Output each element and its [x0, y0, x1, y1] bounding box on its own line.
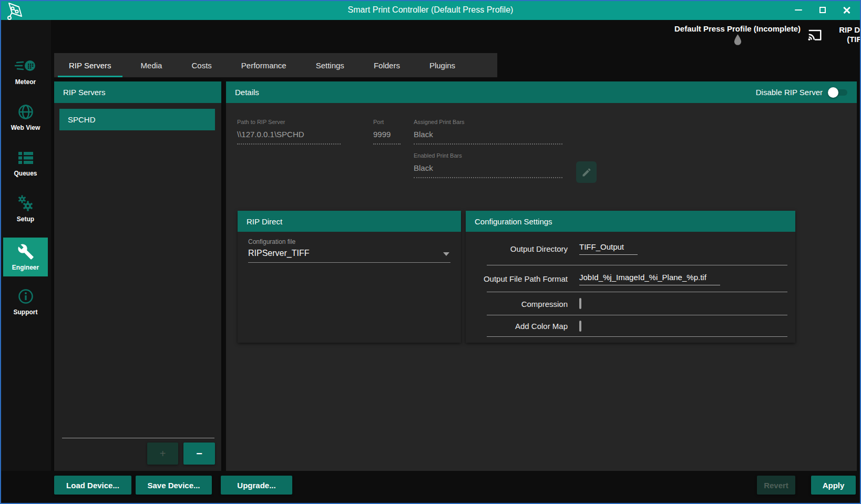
- sidebar-item-label: Web View: [11, 124, 40, 131]
- output-device-label: RIP Direct (TIFF): [835, 25, 861, 44]
- configuration-file-select[interactable]: RIPServer_TIFF: [248, 249, 450, 263]
- sidebar-item-meteor[interactable]: Meteor: [3, 55, 48, 88]
- path-to-rip-server-value[interactable]: \\127.0.0.1\SPCHD: [237, 130, 341, 145]
- output-device-line1: RIP Direct: [835, 25, 861, 35]
- edit-print-bars-button[interactable]: [576, 161, 597, 183]
- sidebar-item-queues[interactable]: Queues: [3, 146, 48, 180]
- sidebar-item-web-view[interactable]: Web View: [3, 100, 48, 134]
- server-list-item-spchd[interactable]: SPCHD: [59, 109, 215, 130]
- globe-icon: [18, 103, 34, 121]
- compression-row: Compression: [466, 292, 795, 315]
- configuration-file-label: Configuration file: [248, 238, 450, 245]
- port-value[interactable]: 9999: [373, 130, 401, 145]
- details-header: Details Disable RIP Server: [226, 81, 857, 103]
- bottom-action-bar: Load Device... Save Device... Upgrade...…: [0, 471, 861, 504]
- sidebar-item-label: Support: [14, 308, 38, 316]
- tab-settings[interactable]: Settings: [301, 53, 359, 77]
- tab-costs[interactable]: Costs: [177, 53, 226, 77]
- sidebar-item-label: Engineer: [12, 264, 39, 271]
- toggle-knob: [828, 87, 838, 98]
- tab-media[interactable]: Media: [126, 53, 177, 77]
- configuration-file-field: Configuration file RIPServer_TIFF: [248, 238, 450, 263]
- remove-server-button[interactable]: −: [183, 443, 215, 465]
- disable-rip-server-toggle[interactable]: [828, 87, 849, 98]
- apply-button[interactable]: Apply: [811, 476, 856, 495]
- maximize-button[interactable]: [818, 5, 827, 15]
- output-file-path-format-label: Output File Path Format: [466, 274, 568, 283]
- assigned-print-bars-value[interactable]: Black: [414, 130, 562, 145]
- titlebar: Smart Print Controller (Default Press Pr…: [0, 0, 861, 20]
- sidebar-item-label: Meteor: [15, 78, 36, 86]
- rip-direct-panel: RIP Direct Configuration file RIPServer_…: [238, 211, 461, 343]
- tab-folders[interactable]: Folders: [359, 53, 415, 77]
- assigned-print-bars-field: Assigned Print Bars Black: [414, 119, 562, 145]
- compression-label: Compression: [466, 300, 568, 308]
- output-file-path-format-row: Output File Path Format JobId_%j_ImageId…: [466, 265, 795, 292]
- rip-servers-panel: RIP Servers SPCHD + −: [54, 81, 221, 471]
- chevron-down-icon: [443, 252, 449, 256]
- add-server-button[interactable]: +: [147, 443, 178, 465]
- output-directory-row: Output Directory TIFF_Output: [466, 232, 795, 265]
- configuration-file-value: RIPServer_TIFF: [248, 249, 309, 258]
- status-strip: Default Press Profile (Incomplete) RIP D…: [51, 20, 861, 53]
- configuration-settings-rows: Output Directory TIFF_Output Output File…: [466, 232, 795, 337]
- path-to-rip-server-label: Path to RIP Server: [237, 119, 341, 125]
- configuration-settings-title: Configuration Settings: [466, 211, 795, 232]
- port-field: Port 9999: [373, 119, 401, 145]
- minimize-icon: [795, 9, 802, 11]
- add-color-map-label: Add Color Map: [466, 322, 568, 331]
- disable-rip-server-label: Disable RIP Server: [756, 88, 823, 97]
- sidebar-item-label: Queues: [14, 170, 37, 177]
- tab-performance[interactable]: Performance: [227, 53, 301, 77]
- save-device-button[interactable]: Save Device...: [136, 476, 212, 495]
- upgrade-button[interactable]: Upgrade...: [221, 476, 292, 495]
- list-icon: [18, 149, 33, 167]
- output-directory-value[interactable]: TIFF_Output: [579, 242, 638, 255]
- sidebar-item-support[interactable]: Support: [3, 285, 48, 318]
- close-icon: [843, 6, 850, 14]
- info-icon: [18, 287, 34, 305]
- minimize-button[interactable]: [794, 5, 803, 15]
- rip-direct-panel-title: RIP Direct: [238, 211, 461, 232]
- disable-rip-server-group: Disable RIP Server: [756, 87, 849, 98]
- press-profile-status: Default Press Profile (Incomplete): [671, 24, 804, 47]
- output-directory-label: Output Directory: [466, 244, 568, 253]
- window-title: Smart Print Controller (Default Press Pr…: [0, 0, 861, 20]
- gears-icon: [17, 194, 34, 212]
- tab-plugins[interactable]: Plugins: [415, 53, 470, 77]
- close-button[interactable]: [842, 5, 852, 15]
- compression-checkbox[interactable]: [579, 298, 581, 309]
- sidebar-item-engineer[interactable]: Engineer: [3, 238, 48, 276]
- cast-icon[interactable]: [807, 28, 823, 44]
- tab-rip-servers[interactable]: RIP Servers: [54, 53, 126, 77]
- rip-servers-panel-title: RIP Servers: [54, 81, 221, 103]
- details-body: Path to RIP Server \\127.0.0.1\SPCHD Por…: [226, 103, 857, 471]
- enabled-print-bars-value[interactable]: Black: [414, 163, 562, 178]
- maximize-icon: [819, 7, 826, 13]
- ink-droplet-icon: [734, 34, 742, 45]
- configuration-settings-panel: Configuration Settings Output Directory …: [466, 211, 795, 343]
- add-color-map-checkbox[interactable]: [579, 321, 581, 332]
- revert-button[interactable]: Revert: [757, 476, 795, 495]
- wrench-icon: [17, 243, 34, 261]
- row-divider: [487, 336, 787, 337]
- load-device-button[interactable]: Load Device...: [54, 476, 131, 495]
- enabled-print-bars-label: Enabled Print Bars: [414, 152, 562, 159]
- output-file-path-format-value[interactable]: JobId_%j_ImageId_%i_Plane_%p.tif: [579, 273, 720, 285]
- meteor-icon: [15, 57, 37, 75]
- details-panel: Details Disable RIP Server Path to RIP S…: [226, 81, 857, 471]
- window-controls: [794, 0, 852, 20]
- pencil-icon: [581, 167, 592, 178]
- assigned-print-bars-label: Assigned Print Bars: [414, 119, 562, 125]
- enabled-print-bars-field: Enabled Print Bars Black: [414, 152, 562, 178]
- details-title: Details: [235, 88, 259, 97]
- sidebar-item-label: Setup: [17, 215, 34, 223]
- sidebar-nav: Meteor Web View Queues: [0, 20, 51, 504]
- server-list-divider: [62, 438, 214, 438]
- output-device-line2: (TIFF): [835, 35, 861, 44]
- add-color-map-row: Add Color Map: [466, 315, 795, 337]
- port-label: Port: [373, 119, 401, 125]
- settings-tabbar: RIP Servers Media Costs Performance Sett…: [54, 53, 497, 77]
- path-to-rip-server-field: Path to RIP Server \\127.0.0.1\SPCHD: [237, 119, 341, 145]
- sidebar-item-setup[interactable]: Setup: [3, 192, 48, 225]
